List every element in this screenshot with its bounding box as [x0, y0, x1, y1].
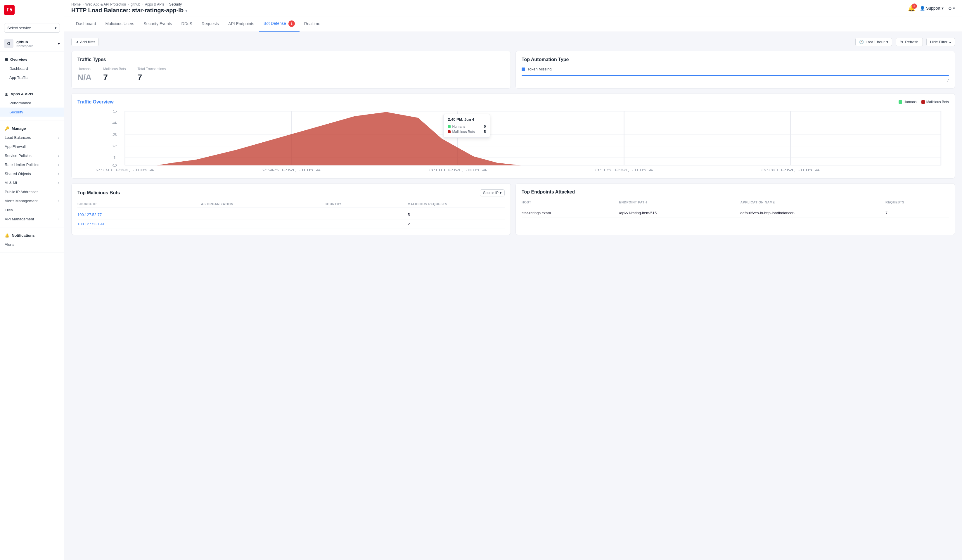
support-chevron-icon: ▾	[941, 6, 944, 11]
sidebar-item-app-traffic[interactable]: App Traffic	[0, 73, 64, 82]
table-row: 100.127.52.77 5	[77, 210, 505, 219]
breadcrumb-waap[interactable]: Web App & API Protection	[86, 2, 126, 6]
sidebar-overview-label: Overview	[10, 57, 27, 62]
hide-filter-button[interactable]: Hide Filter ▴	[926, 38, 955, 46]
sidebar-item-shared-objects[interactable]: Shared Objects ›	[0, 169, 64, 178]
source-ip-link-2[interactable]: 100.127.53.199	[77, 222, 199, 226]
sidebar-item-overview[interactable]: ⊞ Overview	[0, 55, 64, 64]
breadcrumb-sep-3: ›	[142, 2, 143, 6]
refresh-button[interactable]: ↻ Refresh	[896, 38, 923, 46]
bot-defense-badge: 1	[289, 21, 295, 27]
sidebar-performance-label: Performance	[9, 101, 31, 105]
sidebar-app-traffic-label: App Traffic	[9, 76, 27, 80]
notification-badge: 5	[912, 3, 917, 9]
breadcrumb-sep-2: ›	[128, 2, 129, 6]
support-button[interactable]: 👤 Support ▾	[920, 6, 944, 11]
breadcrumb-apps-apis[interactable]: Apps & APIs	[145, 2, 165, 6]
hide-filter-chevron-icon: ▴	[949, 40, 951, 44]
namespace-avatar: G	[4, 39, 13, 48]
filter-left: ⊿ Add filter	[71, 38, 99, 46]
humans-legend-item: Humans	[899, 100, 917, 104]
tab-ddos[interactable]: DDoS	[177, 17, 197, 31]
tab-realtime[interactable]: Realtime	[300, 17, 325, 31]
page-title-text: HTTP Load Balancer: star-ratings-app-lb	[71, 7, 184, 14]
sidebar-item-service-policies[interactable]: Service Policies ›	[0, 151, 64, 160]
table-row: star-ratings.exam... /api/v1/rating-item…	[521, 208, 949, 218]
namespace-info: github Namespace	[16, 40, 55, 48]
sidebar-item-dashboard[interactable]: Dashboard	[0, 64, 64, 73]
main-content: Home › Web App & API Protection › github…	[64, 0, 962, 560]
sidebar-overview-section: ⊞ Overview Dashboard App Traffic	[0, 52, 64, 86]
sidebar-item-notifications-header[interactable]: 🔔 Notifications	[0, 231, 64, 240]
automation-legend: Token Missing	[521, 67, 949, 71]
sidebar-item-alerts-mgmt[interactable]: Alerts Management ›	[0, 197, 64, 205]
sidebar-manage-section: 🔑 Manage Load Balancers › App Firewall S…	[0, 120, 64, 228]
sidebar-item-rate-limiter[interactable]: Rate Limiter Policies ›	[0, 160, 64, 169]
tooltip-humans-label: Humans	[452, 124, 465, 129]
sidebar-item-load-balancers[interactable]: Load Balancers ›	[0, 133, 64, 142]
lb-chevron-icon: ›	[58, 136, 59, 140]
source-ip-label: Source IP	[483, 191, 499, 195]
shared-objects-label: Shared Objects	[5, 171, 31, 176]
sidebar-item-api-management[interactable]: API Management ›	[0, 215, 64, 224]
breadcrumb-github[interactable]: github	[131, 2, 140, 6]
select-service-button[interactable]: Select service ▾	[4, 23, 60, 33]
notifications-icon: 🔔	[5, 233, 9, 237]
traffic-overview-title[interactable]: Traffic Overview	[77, 99, 114, 105]
col-requests: Requests	[885, 200, 949, 204]
page-title-chevron-icon[interactable]: ▾	[185, 8, 187, 13]
breadcrumb-home[interactable]: Home	[71, 2, 81, 6]
source-ip-chevron-icon: ▾	[500, 191, 502, 195]
user-button[interactable]: ⊙ ▾	[948, 6, 955, 11]
top-automation-title: Top Automation Type	[521, 57, 949, 62]
namespace-item[interactable]: G github Namespace ▾	[0, 36, 64, 52]
sidebar-item-manage-header[interactable]: 🔑 Manage	[0, 124, 64, 133]
overview-icon: ⊞	[5, 57, 8, 62]
page-title: HTTP Load Balancer: star-ratings-app-lb …	[71, 7, 187, 14]
col-malicious-requests: Malicious Requests	[408, 202, 505, 206]
source-ip-link-1[interactable]: 100.127.52.77	[77, 213, 199, 217]
tooltip-bots-label: Malicious Bots	[452, 130, 475, 134]
svg-text:3:15 PM, Jun 4: 3:15 PM, Jun 4	[595, 168, 654, 172]
automation-chart-area: 7	[521, 75, 949, 82]
total-transactions-stat: Total Transactions 7	[138, 67, 166, 82]
chevron-down-icon: ▾	[55, 26, 57, 30]
tab-api-endpoints[interactable]: API Endpoints	[224, 17, 259, 31]
notification-button[interactable]: 🔔 5	[908, 5, 915, 12]
tab-bot-defense[interactable]: Bot Defense 1	[259, 16, 300, 32]
tab-dashboard[interactable]: Dashboard	[71, 17, 101, 31]
top-malicious-bots-card: Top Malicious Bots Source IP ▾ Source IP…	[71, 183, 511, 235]
endpoints-header: Top Endpoints Attacked	[521, 189, 949, 195]
sidebar-item-ai-ml[interactable]: AI & ML ›	[0, 178, 64, 187]
tab-security-events[interactable]: Security Events	[139, 17, 176, 31]
source-ip-selector-button[interactable]: Source IP ▾	[480, 189, 505, 197]
filter-bar: ⊿ Add filter 🕐 Last 1 hour ▾ ↻ Refresh	[71, 38, 955, 46]
automation-legend-label: Token Missing	[528, 67, 551, 71]
add-filter-button[interactable]: ⊿ Add filter	[71, 38, 99, 46]
chart-tooltip: 2:40 PM, Jun 4 Humans 0 Malicious Bo	[443, 114, 490, 138]
endpoints-title: Top Endpoints Attacked	[521, 189, 575, 195]
app-firewall-label: App Firewall	[5, 144, 26, 149]
tab-requests[interactable]: Requests	[197, 17, 224, 31]
malicious-bots-header: Top Malicious Bots Source IP ▾	[77, 189, 505, 197]
topbar-left: Home › Web App & API Protection › github…	[71, 2, 187, 14]
time-selector-button[interactable]: 🕐 Last 1 hour ▾	[855, 38, 892, 46]
svg-text:2: 2	[112, 144, 117, 148]
sidebar-item-apps-apis-header[interactable]: ◫ Apps & APIs	[0, 89, 64, 98]
sidebar-item-public-ip[interactable]: Public IP Addresses	[0, 187, 64, 197]
api-mgmt-label: API Management	[5, 217, 34, 221]
sidebar-item-performance[interactable]: Performance	[0, 98, 64, 108]
rl-chevron-icon: ›	[58, 163, 59, 167]
sidebar-item-files[interactable]: Files	[0, 205, 64, 215]
sidebar-item-security[interactable]: Security	[0, 108, 64, 116]
sidebar-item-app-firewall[interactable]: App Firewall	[0, 142, 64, 151]
sidebar-dashboard-label: Dashboard	[9, 66, 28, 71]
sidebar-item-alerts[interactable]: Alerts	[0, 240, 64, 249]
tab-malicious-users[interactable]: Malicious Users	[101, 17, 139, 31]
humans-stat: Humans N/A	[77, 67, 92, 82]
breadcrumb: Home › Web App & API Protection › github…	[71, 2, 187, 6]
svg-text:2:45 PM, Jun 4: 2:45 PM, Jun 4	[262, 168, 321, 172]
endpoint-app-1: default/ves-io-http-loadbalancer-...	[741, 211, 883, 215]
malicious-bots-area	[125, 112, 941, 165]
malicious-requests-2: 2	[408, 222, 505, 226]
